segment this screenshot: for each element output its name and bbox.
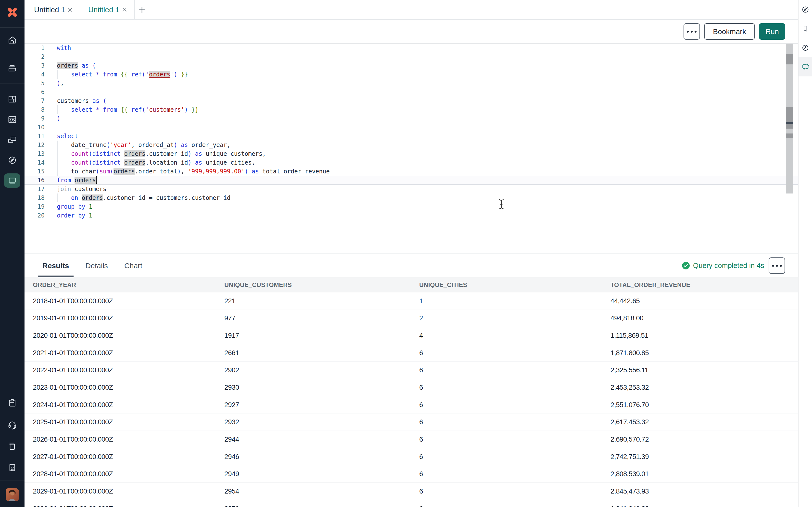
table-row[interactable]: 2029-01-01T00:00:00.000Z295462,845,473.9…	[24, 483, 798, 500]
editor-more-button[interactable]	[683, 23, 700, 40]
editor-toolbar: Bookmark Run	[24, 19, 798, 44]
code-line-13[interactable]: 13 count(distinct orders.customer_id) as…	[24, 150, 798, 158]
column-header-unique_customers[interactable]: UNIQUE_CUSTOMERS	[224, 281, 292, 288]
table-cell: 6	[419, 384, 423, 391]
close-tab-icon[interactable]	[121, 7, 128, 13]
table-row[interactable]: 2024-01-01T00:00:00.000Z292762,551,076.7…	[24, 396, 798, 414]
chat-sparkles-icon	[801, 62, 810, 71]
code-line-6[interactable]: 6	[24, 88, 798, 97]
book-icon	[7, 441, 17, 451]
new-tab-button[interactable]	[135, 0, 149, 19]
sidebar-item-tasks[interactable]	[0, 394, 24, 412]
code-line-5[interactable]: 5 ),	[24, 79, 798, 88]
table-cell: 2,808,539.01	[610, 470, 649, 478]
column-header-unique_cities[interactable]: UNIQUE_CITIES	[419, 281, 467, 288]
grid-icon	[7, 94, 17, 104]
user-avatar[interactable]	[6, 488, 19, 501]
sidebar-item-code-editor[interactable]	[0, 110, 24, 129]
sidebar-item-support[interactable]	[0, 415, 24, 434]
terminal-icon	[7, 175, 17, 186]
table-cell: 1	[419, 297, 423, 305]
table-cell: 2018-01-01T00:00:00.000Z	[33, 297, 113, 305]
sidebar-item-docs[interactable]	[0, 437, 24, 455]
table-cell: 2944	[224, 436, 239, 443]
code-line-2[interactable]: 2	[24, 52, 798, 61]
code-line-11[interactable]: 11 select	[24, 132, 798, 140]
table-row[interactable]: 2020-01-01T00:00:00.000Z191741,115,869.5…	[24, 327, 798, 344]
run-button[interactable]: Run	[759, 23, 785, 40]
table-cell: 6	[419, 488, 423, 495]
sidebar-item-organization[interactable]	[0, 458, 24, 477]
sql-editor[interactable]: 1 with 2 3 orders as ( 4 select * from {…	[24, 44, 798, 253]
code-line-16[interactable]: 16 from orders	[24, 176, 798, 185]
line-number: 11	[24, 132, 57, 140]
sidebar-item-home[interactable]	[0, 31, 24, 49]
table-row[interactable]: 2025-01-01T00:00:00.000Z293262,617,453.3…	[24, 413, 798, 431]
code-line-9[interactable]: 9 )	[24, 114, 798, 123]
line-number: 5	[24, 79, 57, 88]
results-more-button[interactable]	[769, 258, 785, 274]
line-number: 8	[24, 105, 57, 114]
bookmark-icon	[801, 24, 810, 33]
code-line-7[interactable]: 7 customers as (	[24, 97, 798, 105]
code-window-icon	[7, 114, 17, 125]
sidebar-item-projects[interactable]	[0, 59, 24, 77]
table-row[interactable]: 2023-01-01T00:00:00.000Z293062,453,253.3…	[24, 379, 798, 396]
sidebar-item-dashboard[interactable]	[0, 90, 24, 109]
code-line-15[interactable]: 15 to_char(sum(orders.order_total), '999…	[24, 167, 798, 176]
code-line-3[interactable]: 3 orders as (	[24, 61, 798, 70]
sidebar-item-terminal[interactable]	[0, 171, 24, 190]
results-tab-chart[interactable]: Chart	[124, 254, 142, 277]
code-line-18[interactable]: 18 on orders.customer_id = customers.cus…	[24, 193, 798, 202]
close-tab-icon[interactable]	[67, 7, 73, 13]
code-line-10[interactable]: 10	[24, 123, 798, 132]
table-row[interactable]: 2028-01-01T00:00:00.000Z294962,808,539.0…	[24, 465, 798, 483]
results-tab-details[interactable]: Details	[85, 254, 108, 277]
table-row[interactable]: 2018-01-01T00:00:00.000Z221144,442.65	[24, 292, 798, 310]
editor-overview-scrollbar[interactable]	[786, 44, 793, 193]
line-number: 3	[24, 61, 57, 70]
table-row[interactable]: 2030-01-01T00:00:00.000Z287961,841,049.3…	[24, 500, 798, 507]
line-number: 2	[24, 52, 57, 61]
code-line-14[interactable]: 14 count(distinct orders.location_id) as…	[24, 158, 798, 167]
column-header-order_year[interactable]: ORDER_YEAR	[33, 281, 76, 288]
right-sidebar-item-history[interactable]	[799, 38, 812, 57]
code-line-20[interactable]: 20 order by 1	[24, 211, 798, 220]
table-row[interactable]: 2027-01-01T00:00:00.000Z294662,742,751.3…	[24, 448, 798, 466]
right-sidebar-item-bookmarks[interactable]	[799, 19, 812, 38]
table-row[interactable]: 2026-01-01T00:00:00.000Z294462,690,570.7…	[24, 431, 798, 448]
table-cell: 6	[419, 436, 423, 443]
app-logo[interactable]	[0, 0, 24, 24]
building-icon	[7, 462, 17, 473]
right-sidebar-item-explore[interactable]	[799, 0, 812, 19]
query-status-text: Query completed in 4s	[693, 262, 764, 270]
sidebar-item-apps[interactable]	[0, 130, 24, 149]
sidebar-item-explore[interactable]	[0, 151, 24, 169]
bookmark-button[interactable]: Bookmark	[704, 23, 755, 40]
indent-guide	[57, 193, 58, 202]
table-cell: 2932	[224, 418, 239, 426]
ellipsis-icon	[687, 31, 697, 33]
left-sidebar	[0, 0, 24, 507]
editor-tab-2[interactable]: Untitled 1	[80, 0, 135, 19]
code-line-19[interactable]: 19 group by 1	[24, 202, 798, 211]
scrollbar-cursor-mark	[786, 122, 793, 124]
table-row[interactable]: 2022-01-01T00:00:00.000Z290262,325,556.1…	[24, 362, 798, 379]
line-number: 10	[24, 123, 57, 132]
table-cell: 1917	[224, 332, 239, 339]
table-cell: 2,690,570.72	[610, 436, 649, 443]
code-line-8[interactable]: 8 select * from {{ ref('customers') }}	[24, 105, 798, 114]
editor-tab-1[interactable]: Untitled 1	[26, 0, 80, 19]
code-line-1[interactable]: 1 with	[24, 44, 798, 52]
code-line-12[interactable]: 12 date_trunc('year', ordered_at) as ord…	[24, 140, 798, 150]
table-row[interactable]: 2019-01-01T00:00:00.000Z9772494,818.00	[24, 310, 798, 327]
table-row[interactable]: 2021-01-01T00:00:00.000Z266161,871,800.8…	[24, 344, 798, 362]
table-cell: 44,442.65	[610, 297, 640, 305]
sidebar-divider	[0, 27, 24, 28]
results-tab-results[interactable]: Results	[42, 254, 69, 277]
column-header-total_order_revenue[interactable]: TOTAL_ORDER_REVENUE	[610, 281, 691, 288]
right-sidebar-item-ai-assistant[interactable]	[799, 57, 812, 76]
code-line-17[interactable]: 17 join customers	[24, 185, 798, 193]
app-window: Untitled 1 Untitled 1 Bookmark Run 1 wit…	[0, 0, 812, 507]
code-line-4[interactable]: 4 select * from {{ ref('orders') }}	[24, 70, 798, 79]
